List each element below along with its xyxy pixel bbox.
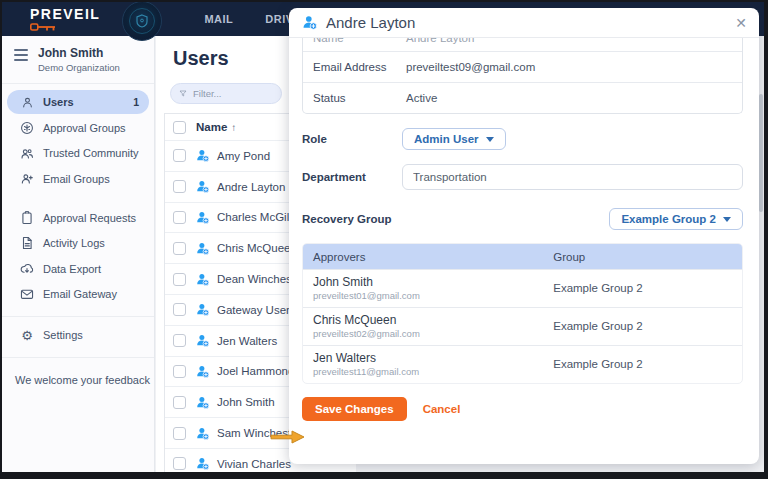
sidebar-item-label: Trusted Community bbox=[43, 147, 139, 159]
chevron-down-icon bbox=[486, 137, 494, 142]
user-name: Vivian Charles bbox=[217, 458, 291, 470]
cloud-download-icon bbox=[20, 262, 34, 275]
sidebar-item-label: Email Gateway bbox=[43, 288, 117, 300]
filter-box[interactable] bbox=[170, 83, 282, 104]
row-checkbox[interactable] bbox=[173, 427, 186, 440]
department-label: Department bbox=[302, 171, 402, 183]
user-add-icon bbox=[195, 456, 210, 471]
shield-icon bbox=[136, 14, 148, 28]
profile-org: Demo Organization bbox=[38, 62, 120, 73]
save-changes-button[interactable]: Save Changes bbox=[302, 397, 407, 421]
detail-label: Name bbox=[303, 38, 398, 51]
user-name: Jen Walters bbox=[217, 335, 277, 347]
sidebar-divider bbox=[2, 83, 154, 84]
select-all-checkbox[interactable] bbox=[173, 121, 186, 134]
approver-name: Chris McQueen bbox=[313, 313, 553, 327]
approver-group: Example Group 2 bbox=[553, 358, 643, 370]
screenshot-frame: PREVEIL MAIL DRIVE bbox=[0, 0, 768, 479]
user-name: Charles McGill bbox=[217, 211, 292, 223]
users-count-badge: 1 bbox=[133, 96, 139, 108]
hamburger-icon[interactable] bbox=[14, 49, 28, 64]
sidebar-item-data-export[interactable]: Data Export bbox=[7, 257, 149, 281]
sidebar-divider bbox=[2, 357, 154, 358]
recovery-group-value: Example Group 2 bbox=[621, 213, 716, 225]
modal-actions: Save Changes Cancel bbox=[302, 397, 743, 421]
user-add-icon bbox=[301, 14, 318, 31]
sidebar-item-activity-logs[interactable]: Activity Logs bbox=[7, 231, 149, 255]
row-checkbox[interactable] bbox=[173, 457, 186, 470]
row-checkbox[interactable] bbox=[173, 211, 186, 224]
row-checkbox[interactable] bbox=[173, 149, 186, 162]
detail-value: Andre Layton bbox=[398, 38, 474, 51]
sidebar: John Smith Demo Organization Users 1 App… bbox=[2, 36, 155, 472]
user-add-icon bbox=[195, 333, 210, 348]
approver-email: preveiltest02@gmail.com bbox=[313, 328, 553, 339]
user-name: John Smith bbox=[217, 396, 275, 408]
scrollbar-thumb[interactable] bbox=[759, 94, 763, 212]
people-icon bbox=[20, 147, 34, 160]
nav-mail[interactable]: MAIL bbox=[204, 13, 233, 25]
row-checkbox[interactable] bbox=[173, 180, 186, 193]
detail-value: Active bbox=[398, 83, 437, 113]
sidebar-item-trusted-community[interactable]: Trusted Community bbox=[7, 141, 149, 165]
filter-input[interactable] bbox=[193, 88, 273, 99]
preveil-logo[interactable]: PREVEIL bbox=[30, 7, 100, 31]
chevron-down-icon bbox=[723, 217, 731, 222]
detail-label: Status bbox=[303, 83, 398, 113]
approver-row: Jen Walters preveiltest11@gmail.com Exam… bbox=[303, 345, 742, 383]
modal-body: Name Andre Layton Email Address preveilt… bbox=[289, 38, 759, 464]
row-checkbox[interactable] bbox=[173, 365, 186, 378]
user-detail-modal: Andre Layton ✕ Name Andre Layton Email A… bbox=[289, 8, 759, 464]
user-add-icon bbox=[195, 148, 210, 163]
person-plus-icon bbox=[20, 172, 34, 185]
approvers-column-header: Approvers bbox=[303, 251, 553, 263]
user-name: Andre Layton bbox=[217, 181, 285, 193]
row-checkbox[interactable] bbox=[173, 242, 186, 255]
user-icon bbox=[20, 96, 34, 109]
department-input[interactable] bbox=[402, 164, 743, 190]
user-name: Gateway User bbox=[217, 304, 290, 316]
sidebar-item-email-gateway[interactable]: Email Gateway bbox=[7, 282, 149, 306]
sidebar-item-label: Approval Groups bbox=[43, 122, 126, 134]
funnel-icon bbox=[179, 88, 187, 99]
role-dropdown[interactable]: Admin User bbox=[402, 128, 506, 150]
sidebar-item-approval-requests[interactable]: Approval Requests bbox=[7, 206, 149, 230]
brand-name: PREVEIL bbox=[30, 7, 100, 21]
recovery-group-dropdown[interactable]: Example Group 2 bbox=[609, 208, 743, 230]
user-name: Dean Winchest bbox=[217, 273, 295, 285]
row-checkbox[interactable] bbox=[173, 273, 186, 286]
sidebar-item-users[interactable]: Users 1 bbox=[7, 90, 149, 114]
row-checkbox[interactable] bbox=[173, 303, 186, 316]
sort-ascending-icon[interactable]: ↑ bbox=[231, 122, 236, 133]
user-add-icon bbox=[195, 395, 210, 410]
user-add-icon bbox=[195, 426, 210, 441]
sidebar-item-settings[interactable]: ⚙ Settings bbox=[7, 323, 149, 347]
user-add-icon bbox=[195, 241, 210, 256]
name-column-header[interactable]: Name bbox=[196, 121, 227, 133]
close-icon[interactable]: ✕ bbox=[735, 16, 747, 30]
cancel-button[interactable]: Cancel bbox=[423, 403, 461, 415]
user-add-icon bbox=[195, 364, 210, 379]
row-checkbox[interactable] bbox=[173, 334, 186, 347]
details-table: Name Andre Layton Email Address preveilt… bbox=[302, 38, 743, 114]
sidebar-divider bbox=[2, 316, 154, 317]
sidebar-item-label: Settings bbox=[43, 329, 83, 341]
approval-groups-icon bbox=[20, 121, 34, 135]
sidebar-item-approval-groups[interactable]: Approval Groups bbox=[7, 116, 149, 140]
feedback-link[interactable]: We welcome your feedback bbox=[2, 364, 154, 386]
user-add-icon bbox=[195, 272, 210, 287]
clipboard-icon bbox=[20, 211, 34, 225]
approver-email: preveiltest11@gmail.com bbox=[313, 366, 553, 377]
sidebar-item-label: Data Export bbox=[43, 263, 101, 275]
approvers-table-header: Approvers Group bbox=[303, 244, 742, 269]
approver-row: Chris McQueen preveiltest02@gmail.com Ex… bbox=[303, 307, 742, 345]
recovery-group-label: Recovery Group bbox=[302, 213, 391, 225]
row-checkbox[interactable] bbox=[173, 396, 186, 409]
approver-name: John Smith bbox=[313, 275, 553, 289]
detail-label: Email Address bbox=[303, 52, 398, 82]
sidebar-item-email-groups[interactable]: Email Groups bbox=[7, 167, 149, 191]
group-column-header: Group bbox=[553, 251, 585, 263]
shield-emblem bbox=[122, 2, 162, 41]
user-add-icon bbox=[195, 302, 210, 317]
envelope-icon bbox=[20, 288, 34, 300]
